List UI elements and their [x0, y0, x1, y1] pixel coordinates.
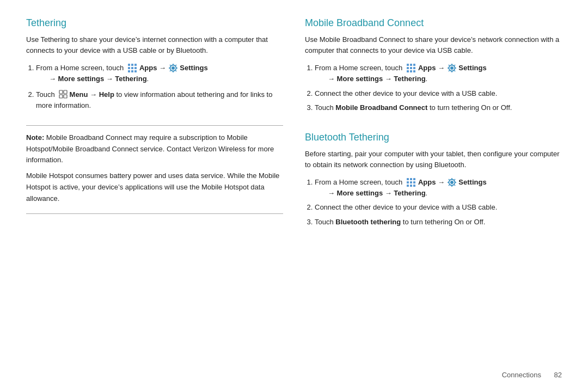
svg-rect-6: [128, 70, 130, 72]
svg-line-41: [449, 70, 450, 71]
settings-icon-1: [168, 63, 178, 73]
apps-label-1: Apps →: [139, 64, 168, 72]
svg-rect-30: [410, 70, 412, 72]
svg-rect-8: [134, 70, 137, 72]
mbc-steps: From a Home screen, touch Apps →: [315, 63, 562, 117]
settings-icon-2: [447, 63, 457, 73]
svg-line-17: [175, 65, 176, 66]
footer-label: Connections: [502, 371, 541, 379]
svg-rect-45: [407, 181, 409, 183]
mbc-step-3: Touch Mobile Broadband Connect to turn t…: [315, 102, 562, 113]
svg-line-38: [449, 65, 450, 66]
svg-rect-0: [128, 64, 130, 66]
svg-point-51: [450, 181, 454, 184]
svg-rect-2: [134, 64, 137, 66]
tethering-steps: From a Home screen, touch Apps →: [36, 63, 283, 114]
note-line-2: Mobile Hotspot consumes battery power an…: [26, 170, 283, 204]
svg-line-18: [170, 70, 171, 71]
svg-rect-20: [64, 90, 67, 94]
svg-rect-3: [128, 67, 130, 69]
tethering-title: Tethering: [26, 17, 283, 29]
svg-line-57: [449, 179, 450, 180]
svg-rect-48: [407, 185, 409, 187]
svg-line-16: [175, 70, 176, 71]
svg-rect-50: [413, 185, 415, 187]
footer: Connections 82: [491, 371, 562, 379]
left-column: Tethering Use Tethering to share your de…: [26, 17, 283, 375]
svg-rect-46: [410, 181, 412, 183]
svg-rect-24: [410, 64, 412, 66]
svg-rect-5: [134, 67, 137, 69]
tethering-step-2: Touch Menu → Help to view information ab…: [36, 89, 283, 111]
tethering-intro: Use Tethering to share your device’s int…: [26, 34, 283, 56]
svg-rect-25: [413, 64, 415, 66]
svg-rect-4: [131, 67, 133, 69]
tethering-step-1: From a Home screen, touch Apps →: [36, 63, 283, 84]
svg-point-9: [171, 66, 175, 70]
svg-rect-29: [407, 70, 409, 72]
bt-step-2: Connect the other device to your device …: [315, 202, 562, 213]
svg-line-39: [454, 70, 455, 71]
mbc-title: Mobile Broadband Connect: [305, 17, 562, 29]
svg-rect-49: [410, 185, 412, 187]
apps-icon-2: [406, 63, 416, 73]
settings-icon-3: [447, 177, 457, 187]
svg-rect-43: [410, 178, 412, 180]
svg-rect-26: [407, 67, 409, 69]
note-line-1: Note: Mobile Broadband Connect may requi…: [26, 132, 283, 166]
svg-line-60: [449, 185, 450, 186]
svg-line-40: [454, 65, 455, 66]
mbc-step-1: From a Home screen, touch Apps →: [315, 63, 562, 84]
page: Tethering Use Tethering to share your de…: [0, 0, 588, 392]
menu-icon-1: [59, 90, 68, 99]
note-box: Note: Mobile Broadband Connect may requi…: [26, 125, 283, 214]
svg-rect-22: [64, 95, 67, 98]
bt-step-1: From a Home screen, touch Apps →: [315, 177, 562, 199]
svg-rect-44: [413, 178, 415, 180]
svg-rect-31: [413, 70, 415, 72]
svg-rect-21: [59, 95, 63, 98]
svg-rect-42: [407, 178, 409, 180]
svg-rect-27: [410, 67, 412, 69]
step2-menu-text: Menu → Help: [70, 90, 114, 99]
apps-icon-3: [406, 177, 416, 187]
svg-line-15: [170, 65, 171, 66]
right-column: Mobile Broadband Connect Use Mobile Broa…: [305, 17, 562, 375]
svg-rect-47: [413, 181, 415, 183]
footer-page: 82: [554, 371, 562, 379]
svg-rect-23: [407, 64, 409, 66]
bt-intro: Before starting, pair your computer with…: [305, 149, 562, 170]
step1-settings-text: Settings → More settings → Tethering: [36, 64, 208, 83]
svg-rect-19: [59, 90, 63, 94]
mbc-intro: Use Mobile Broadband Connect to share yo…: [305, 34, 562, 56]
bt-steps: From a Home screen, touch Apps →: [315, 177, 562, 231]
bt-title: Bluetooth Tethering: [305, 132, 562, 143]
svg-line-59: [454, 179, 455, 180]
svg-point-32: [450, 66, 454, 70]
svg-rect-7: [131, 70, 133, 72]
svg-line-58: [454, 185, 455, 186]
bt-step-3: Touch Bluetooth tethering to turn tether…: [315, 217, 562, 228]
mbc-step-2: Connect the other device to your device …: [315, 88, 562, 99]
apps-icon-1: [127, 63, 137, 73]
svg-rect-1: [131, 64, 133, 66]
svg-rect-28: [413, 67, 415, 69]
